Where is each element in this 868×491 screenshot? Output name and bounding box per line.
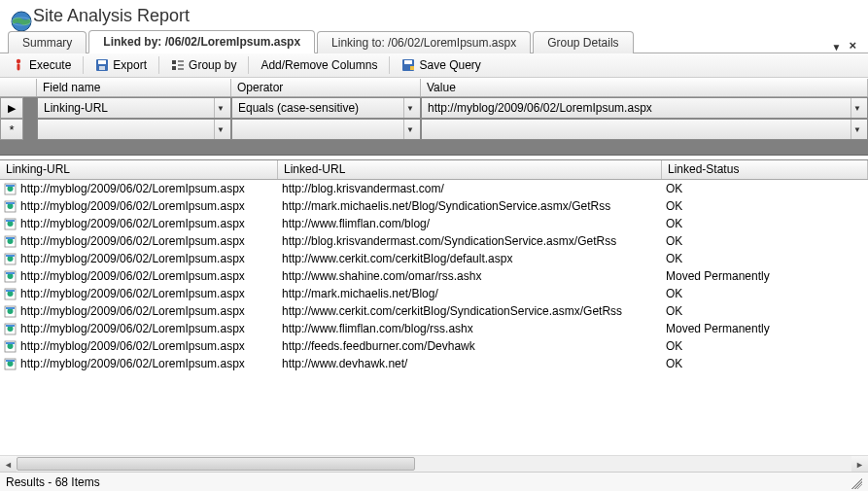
cell-linked-status: OK: [666, 339, 682, 353]
svg-rect-23: [6, 220, 15, 222]
chevron-down-icon: ▼: [403, 120, 416, 139]
cell-linked-status: OK: [666, 287, 682, 300]
cell-linking-url: http://myblog/2009/06/02/LoremIpsum.aspx: [20, 339, 245, 353]
table-row[interactable]: http://myblog/2009/06/02/LoremIpsum.aspx…: [0, 215, 868, 232]
page-icon: [4, 288, 17, 300]
svg-rect-38: [6, 307, 15, 309]
svg-rect-14: [410, 66, 414, 70]
filter-header: Field name Operator Value: [0, 78, 868, 97]
resize-grip-icon[interactable]: [849, 475, 862, 489]
svg-rect-20: [6, 202, 15, 204]
page-icon: [4, 253, 17, 265]
cell-linked-status: OK: [666, 357, 682, 370]
tab-linking-to[interactable]: Linking to: /06/02/LoremIpsum.aspx: [317, 31, 531, 53]
svg-rect-17: [6, 185, 15, 187]
filter-value-dropdown[interactable]: ▼: [421, 119, 868, 140]
cell-linking-url: http://myblog/2009/06/02/LoremIpsum.aspx: [20, 252, 245, 265]
cell-linked-status: OK: [666, 304, 682, 318]
cell-linked-status: Moved Permanently: [666, 269, 770, 283]
globe-icon: [10, 10, 23, 23]
filter-operator-dropdown[interactable]: ▼: [231, 119, 421, 140]
svg-rect-6: [99, 66, 105, 70]
svg-rect-29: [6, 255, 15, 257]
tab-dropdown-icon[interactable]: ▼: [828, 42, 846, 53]
status-text: Results - 68 Items: [6, 475, 100, 489]
cell-linking-url: http://myblog/2009/06/02/LoremIpsum.aspx: [20, 357, 245, 370]
addremove-columns-button[interactable]: Add/Remove Columns: [255, 56, 383, 74]
filter-col-operator[interactable]: Operator: [231, 79, 421, 96]
filter-field-dropdown[interactable]: Linking-URL ▼: [37, 97, 231, 119]
svg-rect-32: [6, 272, 15, 274]
grid-body[interactable]: http://myblog/2009/06/02/LoremIpsum.aspx…: [0, 180, 868, 455]
table-row[interactable]: http://myblog/2009/06/02/LoremIpsum.aspx…: [0, 197, 868, 215]
svg-rect-41: [6, 325, 15, 327]
col-linked-status[interactable]: Linked-Status: [662, 160, 868, 179]
page-icon: [4, 183, 17, 195]
groupby-button[interactable]: Group by: [165, 56, 242, 74]
save-query-icon: [401, 58, 415, 72]
col-linking-url[interactable]: Linking-URL: [0, 160, 278, 179]
cell-linking-url: http://myblog/2009/06/02/LoremIpsum.aspx: [20, 287, 245, 300]
svg-rect-5: [98, 60, 106, 64]
tab-summary[interactable]: Summary: [8, 31, 87, 53]
col-linked-url[interactable]: Linked-URL: [278, 160, 662, 179]
table-row[interactable]: http://myblog/2009/06/02/LoremIpsum.aspx…: [0, 232, 868, 250]
chevron-down-icon: ▼: [851, 98, 863, 118]
cell-linked-status: OK: [666, 234, 682, 248]
table-row[interactable]: http://myblog/2009/06/02/LoremIpsum.aspx…: [0, 355, 868, 372]
table-row[interactable]: http://myblog/2009/06/02/LoremIpsum.aspx…: [0, 285, 868, 302]
cell-linked-url: http://feeds.feedburner.com/Devhawk: [282, 339, 475, 353]
page-icon: [4, 200, 17, 213]
cell-linked-url: http://www.cerkit.com/cerkitBlog/default…: [282, 252, 512, 265]
filter-operator-dropdown[interactable]: Equals (case-sensitive) ▼: [231, 97, 421, 119]
svg-rect-7: [172, 60, 176, 64]
save-icon: [95, 58, 109, 72]
svg-rect-26: [6, 237, 15, 239]
new-row-icon[interactable]: *: [0, 119, 23, 140]
scroll-thumb[interactable]: [17, 457, 415, 471]
cell-linked-status: OK: [666, 199, 682, 213]
svg-rect-44: [6, 342, 15, 344]
row-selector-icon[interactable]: ▶: [0, 97, 23, 119]
tab-close-icon[interactable]: ×: [845, 38, 860, 53]
chevron-down-icon: ▼: [403, 98, 416, 118]
svg-rect-35: [6, 290, 15, 292]
cell-linking-url: http://myblog/2009/06/02/LoremIpsum.aspx: [20, 234, 245, 248]
tab-linked-by[interactable]: Linked by: /06/02/LoremIpsum.aspx: [88, 30, 315, 53]
table-row[interactable]: http://myblog/2009/06/02/LoremIpsum.aspx…: [0, 320, 868, 337]
cell-linking-url: http://myblog/2009/06/02/LoremIpsum.aspx: [20, 322, 245, 335]
savequery-button[interactable]: Save Query: [396, 56, 486, 74]
filter-builder: Field name Operator Value ▶ Linking-URL …: [0, 78, 868, 156]
table-row[interactable]: http://myblog/2009/06/02/LoremIpsum.aspx…: [0, 250, 868, 267]
cell-linked-status: OK: [666, 182, 682, 195]
chevron-down-icon: ▼: [851, 120, 863, 139]
page-icon: [4, 358, 17, 370]
filter-col-field[interactable]: Field name: [37, 79, 231, 96]
table-row[interactable]: http://myblog/2009/06/02/LoremIpsum.aspx…: [0, 267, 868, 285]
scroll-right-icon[interactable]: ►: [851, 456, 868, 472]
svg-rect-10: [178, 64, 184, 66]
horizontal-scrollbar[interactable]: ◄ ►: [0, 455, 868, 472]
tab-group-details[interactable]: Group Details: [533, 31, 633, 53]
cell-linked-url: http://www.flimflan.com/blog/: [282, 217, 430, 230]
scroll-left-icon[interactable]: ◄: [0, 456, 17, 472]
filter-field-dropdown[interactable]: ▼: [37, 119, 231, 140]
svg-rect-13: [404, 60, 412, 64]
cell-linked-status: Moved Permanently: [666, 322, 770, 335]
svg-rect-11: [178, 68, 184, 70]
filter-row-active: ▶ Linking-URL ▼ Equals (case-sensitive) …: [0, 97, 868, 119]
tab-strip: Summary Linked by: /06/02/LoremIpsum.asp…: [0, 28, 868, 53]
cell-linking-url: http://myblog/2009/06/02/LoremIpsum.aspx: [20, 182, 245, 195]
export-button[interactable]: Export: [89, 56, 153, 74]
cell-linking-url: http://myblog/2009/06/02/LoremIpsum.aspx: [20, 304, 245, 318]
table-row[interactable]: http://myblog/2009/06/02/LoremIpsum.aspx…: [0, 180, 868, 197]
cell-linked-url: http://www.cerkit.com/cerkitBlog/Syndica…: [282, 304, 622, 318]
chevron-down-icon: ▼: [214, 120, 226, 139]
table-row[interactable]: http://myblog/2009/06/02/LoremIpsum.aspx…: [0, 302, 868, 320]
filter-value-dropdown[interactable]: http://myblog/2009/06/02/LoremIpsum.aspx…: [421, 97, 868, 119]
cell-linked-url: http://www.flimflan.com/blog/rss.ashx: [282, 322, 473, 335]
execute-button[interactable]: Execute: [6, 56, 77, 74]
table-row[interactable]: http://myblog/2009/06/02/LoremIpsum.aspx…: [0, 337, 868, 355]
toolbar: Execute Export Group by Add/Remove Colum…: [0, 53, 868, 78]
filter-col-value[interactable]: Value: [421, 79, 868, 96]
